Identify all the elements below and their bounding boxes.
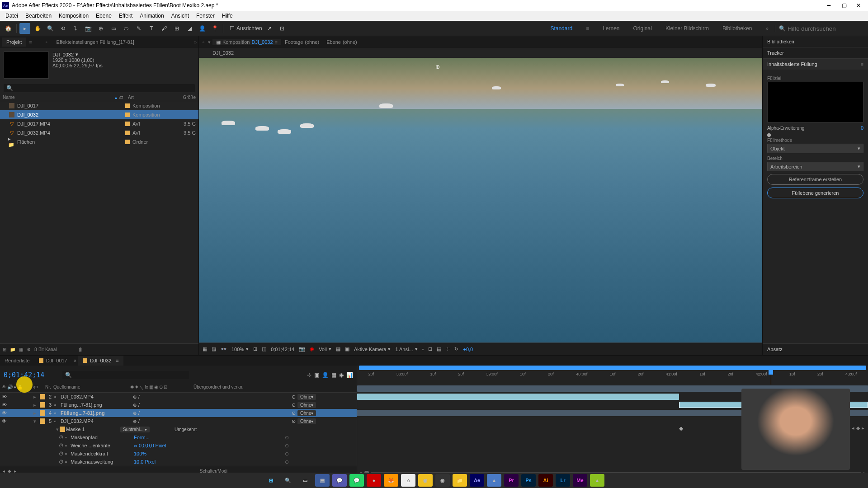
zoom-dropdown[interactable]: 100%▾: [231, 346, 249, 352]
menu-animation[interactable]: Animation: [136, 13, 167, 19]
col-label-icon[interactable]: 🏷: [119, 95, 128, 100]
pan-behind-tool[interactable]: ⊕: [95, 23, 106, 34]
col-number-header[interactable]: Nr.: [45, 385, 53, 392]
lock-column-icon[interactable]: 🔒: [17, 385, 23, 392]
align-checkbox[interactable]: ☐Ausrichten: [230, 25, 262, 32]
project-item[interactable]: ▽DJI_0017.MP4AVI3,5 G: [0, 119, 198, 128]
menu-datei[interactable]: Datei: [2, 13, 22, 19]
orbit-tool[interactable]: ⟲: [57, 23, 68, 34]
lock-icon[interactable]: ▫: [46, 39, 47, 45]
start-button[interactable]: ⊞: [264, 474, 278, 487]
brush-tool[interactable]: 🖌: [159, 23, 170, 34]
menu-effekt[interactable]: Effekt: [115, 13, 136, 19]
mask-property[interactable]: ⏱▫MaskenpfadForm...⊙: [0, 433, 357, 441]
app-yellow-button[interactable]: ◉: [418, 474, 433, 487]
solo-column-icon[interactable]: ●: [14, 385, 16, 392]
pen-tool[interactable]: ✎: [133, 23, 144, 34]
whatsapp-button[interactable]: 💬: [349, 474, 364, 487]
motion-blur-icon[interactable]: ◉: [339, 372, 344, 378]
lock-icon[interactable]: ▫: [201, 39, 206, 45]
hand-tool[interactable]: ✋: [32, 23, 43, 34]
bibliotheken-panel-header[interactable]: Bibliotheken: [763, 36, 868, 47]
project-tab[interactable]: Projekt: [2, 38, 26, 47]
puppet-tool[interactable]: 📍: [209, 23, 220, 34]
snap-tool[interactable]: ↗: [264, 23, 275, 34]
project-search-input[interactable]: 🔍: [4, 84, 195, 92]
zoom-tool[interactable]: 🔍: [45, 23, 56, 34]
app-red-button[interactable]: ●: [367, 474, 381, 487]
col-source-header[interactable]: Quellenname: [53, 385, 130, 392]
tracker-panel-header[interactable]: Tracker: [763, 47, 868, 58]
sort-indicator-icon[interactable]: ▴: [115, 95, 117, 100]
project-item[interactable]: DJI_0017Komposition: [0, 101, 198, 110]
obs-button[interactable]: ◉: [435, 474, 450, 487]
shy-icon[interactable]: 👤: [322, 372, 329, 378]
timeline-icon[interactable]: ▤: [437, 346, 441, 352]
settings-icon[interactable]: ⚙: [27, 347, 31, 352]
project-item[interactable]: ▽DJI_0032.MP4AVI3,5 G: [0, 128, 198, 137]
3d-icon[interactable]: ▣: [345, 346, 349, 352]
mask-icon[interactable]: 👓: [221, 346, 227, 352]
comp-mini-flowchart-icon[interactable]: ⊹: [307, 372, 311, 378]
effect-settings-tab[interactable]: Effekteinstellungen Füllung_[17-81]: [57, 39, 134, 45]
viewer-tab-composition[interactable]: ▦ Komposition DJI_0032 ≡: [212, 39, 281, 45]
minimize-button[interactable]: ━: [827, 2, 834, 9]
panel-menu-icon[interactable]: ≡: [861, 61, 863, 67]
teams-button[interactable]: 💬: [332, 474, 347, 487]
roi-icon[interactable]: ◫: [262, 346, 266, 352]
selection-tool[interactable]: ▸: [19, 23, 30, 34]
workspace-bibliotheken[interactable]: Bibliotheken: [722, 25, 752, 32]
chevron-down-icon[interactable]: ▾: [75, 52, 78, 57]
composition-viewer[interactable]: ⊕: [199, 58, 762, 343]
camera-tool[interactable]: 📷: [83, 23, 94, 34]
workspace-standard[interactable]: Standard: [550, 25, 572, 32]
channel-icon[interactable]: ◉: [310, 346, 314, 352]
help-search-input[interactable]: [788, 25, 855, 32]
timeline-search[interactable]: 🔍: [62, 371, 189, 379]
audio-column-icon[interactable]: 🔊: [7, 385, 13, 392]
next-kf-icon[interactable]: ▸: [862, 425, 864, 431]
transparency-icon[interactable]: ▨: [212, 346, 216, 352]
rect-tool[interactable]: ▭: [108, 23, 119, 34]
fast-preview-icon[interactable]: ⊡: [428, 346, 432, 352]
col-parent-header[interactable]: Übergeordnet und verkn.: [193, 385, 355, 392]
menu-bearbeiten[interactable]: Bearbeiten: [22, 13, 55, 19]
tab-renderliste[interactable]: Renderliste: [0, 356, 34, 366]
task-view-button[interactable]: ▭: [298, 474, 312, 487]
files-button[interactable]: 📁: [453, 474, 467, 487]
app-green-button[interactable]: ▲: [590, 474, 604, 487]
absatz-panel-header[interactable]: Absatz: [763, 344, 868, 355]
search-button[interactable]: 🔍: [281, 474, 295, 487]
firefox-button[interactable]: 🦊: [384, 474, 398, 487]
pixel-aspect-icon[interactable]: ▫: [422, 347, 424, 352]
snapshot-icon[interactable]: 📷: [299, 346, 305, 352]
eye-column-icon[interactable]: 👁: [2, 385, 6, 392]
frame-blend-icon[interactable]: ▦: [331, 372, 336, 378]
prev-kf-icon[interactable]: ◂: [852, 425, 854, 431]
generate-fill-layer-button[interactable]: Füllebene generieren: [767, 188, 863, 198]
guides-icon[interactable]: ▦: [336, 346, 340, 352]
timeline-ruler[interactable]: 20f38:00f10f20f39:00f10f20f40:00f10f20f4…: [357, 366, 868, 385]
keyframe-diamond-icon[interactable]: ◆: [679, 425, 683, 432]
viewer-tab-layer[interactable]: Ebene (ohne): [323, 39, 361, 45]
trash-icon[interactable]: 🗑: [78, 347, 83, 352]
illustrator-button[interactable]: Ai: [538, 474, 553, 487]
close-button[interactable]: ✕: [856, 2, 863, 9]
alpha-slider-handle[interactable]: [767, 133, 771, 137]
bit-depth-label[interactable]: 8-Bit-Kanal: [34, 347, 57, 352]
col-name-header[interactable]: Name: [3, 95, 15, 100]
timeline-layer[interactable]: 👁 ▸ 2 ▫ DJI_0032.MP4 ⊕/ ⊙Ohne▾: [0, 393, 357, 401]
mask-property[interactable]: ⏱▫Weiche ...enkante∞ 0,0,0,0 Pixel⊙: [0, 441, 357, 450]
reset-exposure-icon[interactable]: ↻: [454, 346, 458, 352]
viewer-timecode[interactable]: 0;01;42;14: [271, 347, 294, 352]
camera-dropdown[interactable]: Aktive Kamera▾: [354, 346, 391, 352]
flowchart-icon[interactable]: ⊹: [446, 346, 450, 352]
more-icon[interactable]: »: [194, 39, 197, 45]
workspace-lernen[interactable]: Lernen: [603, 25, 619, 32]
roto-tool[interactable]: 👤: [197, 23, 208, 34]
timeline-layer[interactable]: 👁 ▾ 5 ▫ DJI_0032.MP4 ⊕/ ⊙Ohne▾: [0, 417, 357, 425]
clone-tool[interactable]: ⊞: [171, 23, 182, 34]
timeline-timecode[interactable]: 0;01;42;14: [4, 371, 44, 379]
tab-close-dji0017[interactable]: ×: [72, 356, 78, 366]
col-art-header[interactable]: Art: [128, 95, 169, 100]
